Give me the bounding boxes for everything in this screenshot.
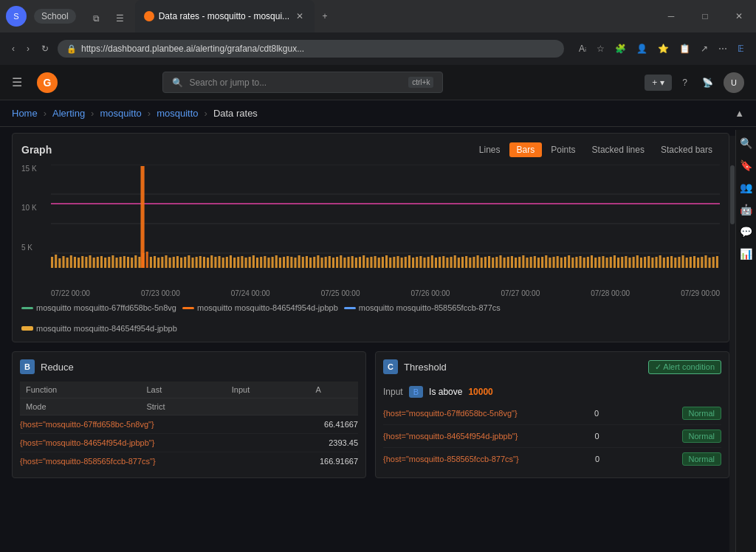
breadcrumb-home[interactable]: Home [12, 108, 38, 119]
alert-condition-badge: ✓ Alert condition [648, 360, 721, 374]
threshold-condition-row: Input B Is above 10000 [383, 382, 721, 402]
svg-rect-85 [351, 256, 354, 268]
svg-rect-68 [286, 256, 289, 268]
teams-sidebar-icon[interactable]: 📊 [736, 244, 757, 264]
tab-stacked-bars[interactable]: Stacked bars [653, 142, 720, 157]
tab-close[interactable]: ✕ [294, 10, 306, 22]
back-btn[interactable]: ‹ [9, 41, 18, 57]
svg-rect-39 [176, 256, 179, 268]
legend-item-2[interactable]: mosquitto mosquitto-858565fccb-877cs [344, 303, 501, 312]
tab-points[interactable]: Points [543, 142, 583, 157]
svg-rect-18 [97, 257, 99, 268]
tab-lines[interactable]: Lines [472, 142, 508, 157]
svg-rect-76 [317, 255, 319, 268]
svg-rect-82 [340, 255, 342, 268]
tab-icon-copy[interactable]: ⧉ [86, 8, 107, 29]
svg-rect-129 [518, 257, 520, 268]
tab-bars[interactable]: Bars [509, 142, 543, 157]
c-value-2: 0 [595, 455, 599, 463]
svg-rect-117 [472, 257, 475, 268]
window-maximize[interactable]: □ [688, 4, 722, 28]
address-bar-input[interactable]: 🔒 https://dashboard.planbee.ai/alerting/… [58, 40, 564, 58]
svg-rect-94 [385, 255, 388, 268]
bookmark-btn[interactable]: ☆ [594, 41, 608, 57]
window-minimize[interactable]: ─ [654, 4, 688, 28]
bookmark-sidebar-icon[interactable]: 🔖 [736, 155, 757, 176]
svg-rect-91 [374, 256, 377, 268]
panel-c-title: Threshold [404, 362, 447, 373]
breadcrumb-mosquitto2[interactable]: mosquitto [157, 108, 198, 119]
user-avatar[interactable]: U [724, 72, 744, 93]
url-text: https://dashboard.planbee.ai/alerting/gr… [81, 44, 555, 54]
window-close[interactable]: ✕ [722, 4, 756, 28]
ai-sidebar-icon[interactable]: 🤖 [736, 199, 757, 220]
svg-rect-26 [127, 257, 129, 268]
breadcrumb-mosquitto1[interactable]: mosquitto [100, 108, 141, 119]
svg-rect-112 [454, 255, 456, 268]
school-pill[interactable]: School [34, 9, 76, 24]
svg-rect-92 [378, 258, 380, 268]
favorites-btn[interactable]: ⭐ [655, 41, 672, 57]
chart-area[interactable] [51, 165, 720, 283]
plus-menu-btn[interactable]: + ▾ [645, 75, 672, 91]
more-btn[interactable]: ⋯ [715, 41, 730, 57]
collections-btn[interactable]: 📋 [676, 41, 693, 57]
grafana-logo[interactable]: G [37, 72, 58, 93]
svg-rect-99 [405, 257, 407, 268]
svg-rect-139 [557, 256, 559, 268]
graph-legend: mosquitto mosquitto-67ffd658bc-5n8vg mos… [21, 303, 720, 333]
profile-sync-btn[interactable]: 👤 [633, 41, 650, 57]
svg-rect-133 [534, 256, 536, 268]
refresh-btn[interactable]: ↻ [38, 41, 52, 57]
news-btn[interactable]: 📡 [698, 73, 718, 92]
svg-rect-124 [499, 255, 501, 268]
svg-rect-19 [100, 256, 103, 268]
normal-badge-2: Normal [682, 452, 721, 466]
svg-rect-46 [203, 257, 205, 268]
legend-item-3[interactable]: mosquitto mosquitto-84654f954d-jpbpb [21, 324, 177, 333]
help-btn[interactable]: ? [678, 73, 692, 92]
tab-stacked-lines[interactable]: Stacked lines [585, 142, 652, 157]
hamburger-menu[interactable]: ☰ [12, 75, 22, 89]
breadcrumb-alerting[interactable]: Alerting [52, 108, 85, 119]
scrollbar-thumb[interactable] [730, 165, 735, 224]
scrollbar-track[interactable] [729, 136, 735, 552]
svg-rect-116 [469, 258, 471, 268]
svg-rect-69 [290, 257, 292, 268]
active-tab[interactable]: Data rates - mosquitto - mosqui... ✕ [135, 0, 315, 32]
svg-rect-115 [465, 256, 467, 268]
svg-rect-54 [233, 258, 236, 268]
search-bar[interactable]: 🔍 Search or jump to... ctrl+k [162, 72, 443, 93]
legend-item-0[interactable]: mosquitto mosquitto-67ffd658bc-5n8vg [21, 303, 176, 312]
new-tab-btn[interactable]: + [315, 6, 335, 27]
svg-rect-120 [484, 257, 487, 268]
school-label: School [41, 11, 69, 21]
forward-btn[interactable]: › [24, 41, 32, 57]
edge-sidebar-btn[interactable]: 𝔼 [735, 41, 747, 57]
svg-rect-173 [686, 258, 688, 268]
tab-icon-split[interactable]: ☰ [110, 8, 131, 29]
profile-avatar[interactable]: S [6, 6, 27, 27]
svg-rect-154 [614, 255, 616, 268]
svg-rect-45 [199, 256, 202, 268]
whatsapp-sidebar-icon[interactable]: 💬 [736, 221, 757, 242]
svg-rect-34 [157, 258, 159, 268]
svg-rect-32 [150, 257, 152, 268]
c-host-label-2: {host="mosquitto-858565fccb-877cs"} [383, 455, 519, 463]
collapse-btn[interactable]: ▲ [735, 108, 744, 119]
svg-rect-155 [617, 258, 619, 268]
svg-rect-63 [267, 258, 269, 268]
share-btn[interactable]: ↗ [698, 41, 711, 57]
translate-btn[interactable]: Aᵢ [576, 41, 589, 57]
svg-rect-51 [222, 258, 224, 268]
svg-rect-148 [591, 255, 593, 268]
legend-item-1[interactable]: mosquitto mosquitto-84654f954d-jpbpb [182, 303, 338, 312]
svg-rect-106 [431, 255, 433, 268]
panel-b-data-row-2: {host="mosquitto-858565fccb-877cs"} 166.… [20, 452, 358, 470]
panel-c-data-row-0: {host="mosquitto-67ffd658bc-5n8vg"} 0 No… [383, 402, 721, 425]
search-sidebar-icon[interactable]: 🔍 [736, 133, 757, 153]
extensions-btn[interactable]: 🧩 [612, 41, 629, 57]
people-sidebar-icon[interactable]: 👥 [736, 177, 757, 198]
lock-icon: 🔒 [66, 44, 77, 54]
svg-rect-96 [393, 257, 395, 268]
